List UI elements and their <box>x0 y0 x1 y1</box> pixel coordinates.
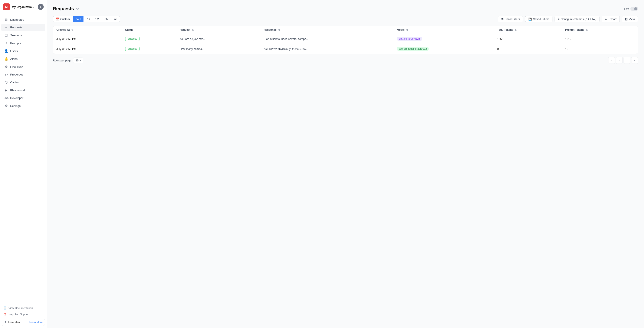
cell-model: text-embedding-ada-002 <box>393 44 494 54</box>
first-page-button[interactable]: « <box>608 57 615 64</box>
free-plan-label: Free Plan <box>8 321 20 324</box>
prompts-icon: ✦ <box>4 41 8 45</box>
sidebar-item-label: Dashboard <box>10 18 24 21</box>
sidebar-item-label: Alerts <box>10 57 18 61</box>
live-toggle[interactable] <box>630 7 638 11</box>
1m-filter-button[interactable]: 1M <box>92 16 102 22</box>
sidebar-item-settings[interactable]: ⚙ Settings <box>1 102 45 110</box>
view-documentation-link[interactable]: 📄 View Documentation <box>2 305 45 311</box>
sidebar-header: M My Organizatio... S <box>0 0 47 14</box>
all-filter-button[interactable]: All <box>111 16 120 22</box>
next-page-button[interactable]: › <box>624 57 630 64</box>
sidebar-item-label: Sessions <box>10 34 22 37</box>
columns-icon: ≡ <box>558 18 560 21</box>
col-created-at[interactable]: Created At ⇅ <box>53 26 122 34</box>
model-badge: text-embedding-ada-002 <box>397 47 429 51</box>
dashboard-icon: ⊞ <box>4 18 8 22</box>
sort-icon: ⇅ <box>192 29 194 31</box>
export-button[interactable]: ⬇ Export <box>602 16 620 22</box>
requests-table: Created At ⇅ Status Request ⇅ Response <box>53 26 638 54</box>
cell-request: How many compa... <box>176 44 260 54</box>
sidebar-item-label: Fine-Tune <box>10 65 23 68</box>
cell-response: "GF+/PAvdYbyrrGo8yFz6vleSU7w... <box>260 44 394 54</box>
col-prompt-tokens[interactable]: Prompt Tokens ⇅ <box>562 26 638 34</box>
help-support-label: Help And Support <box>8 313 30 316</box>
model-badge: gpt-3.5-turbo-0125 <box>397 37 422 41</box>
pagination-buttons: « ‹ › » <box>608 57 638 64</box>
sidebar-item-label: Settings <box>10 104 21 107</box>
prev-page-button[interactable]: ‹ <box>616 57 623 64</box>
alerts-icon: 🔔 <box>4 57 8 61</box>
live-badge: Live <box>624 7 638 11</box>
sidebar-item-label: Developer <box>10 96 24 100</box>
page-title: Requests <box>53 6 74 12</box>
7d-filter-button[interactable]: 7D <box>84 16 93 22</box>
sidebar-item-label: Requests <box>10 26 22 29</box>
sidebar-item-label: Prompts <box>10 42 21 45</box>
table-row[interactable]: July 3 12:59 PM Success How many compa..… <box>53 44 638 54</box>
sort-icon: ⇅ <box>278 29 280 31</box>
free-plan-button[interactable]: ⬆ Free Plan Learn More <box>2 319 45 326</box>
sidebar-item-sessions[interactable]: ◫ Sessions <box>1 31 45 39</box>
col-model[interactable]: Model ⇅ <box>393 26 494 34</box>
refresh-icon[interactable]: ↻ <box>76 7 79 11</box>
sort-icon: ⇅ <box>71 29 73 31</box>
rows-per-page-value: 25 <box>76 59 78 62</box>
sidebar-footer: 📄 View Documentation ❓ Help And Support … <box>0 303 47 328</box>
sort-icon: ⇅ <box>515 29 517 31</box>
cell-request: You are a Q&A exp... <box>176 34 260 44</box>
cache-icon: ⬡ <box>4 80 8 84</box>
org-name[interactable]: My Organizatio... <box>12 5 36 9</box>
sidebar-item-playground[interactable]: ▶ Playground <box>1 86 45 94</box>
col-response[interactable]: Response ⇅ <box>260 26 394 34</box>
sidebar-item-requests[interactable]: ≡ Requests <box>1 24 45 31</box>
cell-model: gpt-3.5-turbo-0125 <box>393 34 494 44</box>
help-support-link[interactable]: ❓ Help And Support <box>2 311 45 317</box>
configure-columns-button[interactable]: ≡ Configure columns ( 14 / 14 ) <box>554 16 600 22</box>
sidebar-item-label: Cache <box>10 81 18 84</box>
help-icon: ❓ <box>4 313 7 316</box>
learn-more-link[interactable]: Learn More <box>29 321 42 324</box>
sessions-icon: ◫ <box>4 33 8 37</box>
sidebar-item-alerts[interactable]: 🔔 Alerts <box>1 55 45 63</box>
cell-created-at: July 3 12:59 PM <box>53 44 122 54</box>
saved-filters-icon: 💾 <box>528 18 532 21</box>
col-total-tokens[interactable]: Total Tokens ⇅ <box>494 26 562 34</box>
sidebar-item-properties[interactable]: 🏷 Properties <box>1 71 45 78</box>
sidebar-item-label: Properties <box>10 73 24 76</box>
table-row[interactable]: July 3 12:59 PM Success You are a Q&A ex… <box>53 34 638 44</box>
sidebar-item-fine-tune[interactable]: ⚙ Fine-Tune <box>1 63 45 71</box>
status-badge: Success <box>125 37 140 41</box>
3m-filter-button[interactable]: 3M <box>102 16 111 22</box>
developer-icon: </> <box>4 96 8 100</box>
cell-created-at: July 3 12:59 PM <box>53 34 122 44</box>
rows-per-page-select[interactable]: 25 ▾ <box>73 58 83 63</box>
saved-filters-button[interactable]: 💾 Saved Filters <box>525 16 552 22</box>
last-page-button[interactable]: » <box>631 57 638 64</box>
sidebar-item-developer[interactable]: </> Developer <box>1 94 45 102</box>
chevron-down-icon: ▾ <box>80 59 81 62</box>
sidebar-item-dashboard[interactable]: ⊞ Dashboard <box>1 16 45 24</box>
requests-table-container: Created At ⇅ Status Request ⇅ Response <box>53 26 638 54</box>
export-icon: ⬇ <box>605 18 607 21</box>
show-filters-button[interactable]: ⛃ Show Filters <box>498 16 523 22</box>
toolbar: 📅 Custom 24H 7D 1M 3M All ⛃ Show Filters… <box>53 16 638 22</box>
live-label: Live <box>624 7 629 11</box>
sidebar-item-prompts[interactable]: ✦ Prompts <box>1 39 45 47</box>
view-documentation-label: View Documentation <box>8 307 33 310</box>
playground-icon: ▶ <box>4 88 8 92</box>
sidebar: M My Organizatio... S ⊞ Dashboard ≡ Requ… <box>0 0 47 328</box>
col-status[interactable]: Status <box>122 26 176 34</box>
cell-prompt-tokens: 1512 <box>562 34 638 44</box>
sort-icon: ⇅ <box>406 29 408 31</box>
avatar[interactable]: S <box>38 4 44 10</box>
page-title-row: Requests ↻ <box>53 6 79 12</box>
24h-filter-button[interactable]: 24H <box>73 16 84 22</box>
cell-status: Success <box>122 44 176 54</box>
sidebar-item-users[interactable]: 👤 Users <box>1 47 45 55</box>
sidebar-item-cache[interactable]: ⬡ Cache <box>1 78 45 86</box>
view-button[interactable]: ◧ View <box>622 16 638 22</box>
custom-filter-button[interactable]: 📅 Custom <box>53 16 73 22</box>
calendar-icon: 📅 <box>56 18 59 21</box>
col-request[interactable]: Request ⇅ <box>176 26 260 34</box>
